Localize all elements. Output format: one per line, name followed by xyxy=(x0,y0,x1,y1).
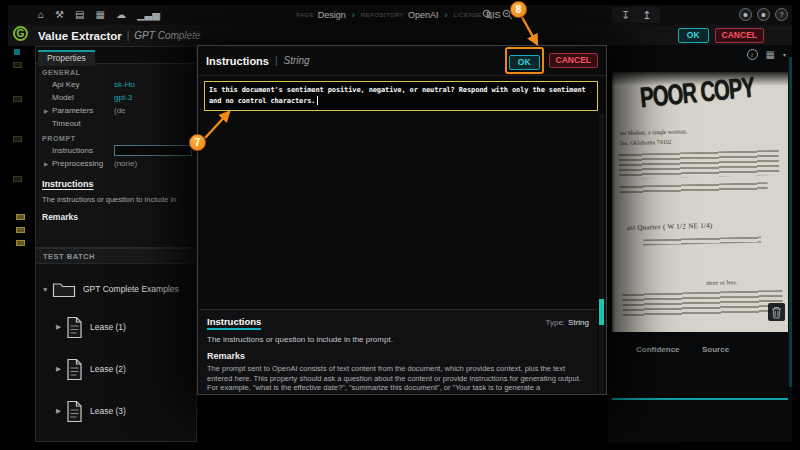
tree-item-label: GPT Complete Examples xyxy=(83,284,179,294)
tree-item-folder[interactable]: ▼ GPT Complete Examples xyxy=(36,272,196,306)
property-value-selected[interactable] xyxy=(114,145,192,156)
upload-icon[interactable]: ↥ xyxy=(642,10,651,21)
property-row-model[interactable]: Model gpt-3 xyxy=(36,91,196,104)
property-help-box: Instructions The instructions or questio… xyxy=(36,170,196,222)
tree-item-partial[interactable]: ▶ xyxy=(36,432,196,442)
property-value: (de xyxy=(114,106,192,115)
tree-item-lease-2[interactable]: ▶ Lease (2) xyxy=(36,348,196,390)
tree-item-label: Lease (2) xyxy=(90,364,126,374)
expand-arrow-icon[interactable]: ▶ xyxy=(56,365,66,373)
help-icon[interactable]: ? xyxy=(775,8,788,21)
expand-arrow-icon[interactable]: ▶ xyxy=(56,323,66,331)
page-subtitle: GPT Complete xyxy=(134,30,200,41)
search-icon[interactable] xyxy=(482,9,493,20)
editor-title-bar: G Value Extractor | GPT Complete OK CANC… xyxy=(8,25,792,46)
dialog-type-name: String xyxy=(284,55,310,66)
test-batch-header: TEST BATCH xyxy=(36,249,196,264)
help-title-row: Instructions Type: String xyxy=(207,316,589,330)
breadcrumb-repository-label: REPOSITORY xyxy=(361,12,404,18)
help-title: Instructions xyxy=(207,316,261,330)
scrollbar-thumb[interactable] xyxy=(599,299,604,325)
user-icon[interactable]: ☻ xyxy=(757,8,770,21)
expand-arrow-icon[interactable]: ▶ xyxy=(44,161,52,167)
poor-copy-stamp: POOR COPY xyxy=(615,72,779,118)
tree-folder-icon xyxy=(13,62,22,68)
help-description: The instructions or question to include … xyxy=(207,335,589,344)
help-remarks-title: Remarks xyxy=(207,351,589,361)
chevron-down-icon[interactable]: ▾ xyxy=(783,51,786,58)
expand-arrow-icon[interactable]: ▶ xyxy=(44,108,52,114)
property-row-timeout[interactable]: Timeout xyxy=(36,117,196,130)
expand-arrow-icon[interactable]: ▶ xyxy=(56,407,66,415)
save-icon[interactable]: ▦ xyxy=(95,10,104,20)
user-icon-group: ☻ ☻ ? xyxy=(739,8,788,21)
selected-row-indicator xyxy=(612,398,788,400)
page-title: Value Extractor xyxy=(38,30,122,42)
cancel-button[interactable]: CANCEL xyxy=(715,28,764,43)
property-value: (none) xyxy=(114,159,192,168)
breadcrumb-repository-value[interactable]: OpenAI xyxy=(408,10,439,20)
cloud-icon[interactable]: ☁ xyxy=(116,10,126,20)
grooper-logo-icon: G xyxy=(13,26,28,41)
tools-icon[interactable]: ⚒ xyxy=(55,10,64,20)
callout-highlight-ring: OK xyxy=(505,47,544,74)
callout-badge-8: 8 xyxy=(510,1,527,18)
property-label: Model xyxy=(52,93,114,102)
toolbar-icon-group: ⌂ ⚒ ▤ ▦ ☁ ▁▃▅ xyxy=(38,5,160,25)
tree-item-label: Lease (1) xyxy=(90,322,126,332)
tab-properties[interactable]: Properties xyxy=(38,50,95,66)
tree-folder-icon xyxy=(16,214,25,220)
breadcrumb-separator: › xyxy=(352,10,355,20)
scanned-document-page[interactable]: POOR COPY na Shahan, a single woman, lsa… xyxy=(612,72,788,332)
tree-item-lease-3[interactable]: ▶ Lease (3) xyxy=(36,390,196,432)
instructions-textarea[interactable]: Is this document's sentiment positive, n… xyxy=(204,81,598,111)
section-header-prompt: PROMPT xyxy=(36,130,196,144)
illegible-text-block xyxy=(620,182,768,195)
property-label: Preprocessing xyxy=(52,159,114,168)
property-row-instructions[interactable]: Instructions xyxy=(36,144,196,157)
download-icon[interactable]: ↧ xyxy=(621,10,630,21)
tree-item-label: Lease (3) xyxy=(90,406,126,416)
dialog-cancel-button[interactable]: CANCEL xyxy=(549,53,598,68)
users-icon[interactable]: ☻ xyxy=(739,8,752,21)
properties-panel: Properties GENERAL Api Key sk-Ho Model g… xyxy=(35,46,197,248)
document-icon xyxy=(66,400,83,423)
viewer-scrollbar[interactable] xyxy=(789,57,792,387)
document-viewer-panel: i ▦ ▾ POOR COPY na Shahan, a single woma… xyxy=(608,45,792,442)
info-icon[interactable]: i xyxy=(747,49,758,60)
column-header-source[interactable]: Source xyxy=(702,345,729,354)
search-icon-group xyxy=(482,9,513,20)
instructions-editor-dialog: Instructions | String OK CANCEL Is this … xyxy=(197,45,607,395)
document-content: POOR COPY na Shahan, a single woman, lsa… xyxy=(612,72,788,332)
breadcrumb-separator: › xyxy=(445,10,448,20)
ok-button[interactable]: OK xyxy=(678,28,709,43)
property-help-remarks-title: Remarks xyxy=(42,212,190,222)
dialog-ok-button[interactable]: OK xyxy=(509,55,540,70)
dialog-scrollbar[interactable] xyxy=(599,114,604,394)
property-row-api-key[interactable]: Api Key sk-Ho xyxy=(36,78,196,91)
property-label: Api Key xyxy=(52,80,114,89)
help-remarks-text: The prompt sent to OpenAI consists of te… xyxy=(207,364,589,393)
home-icon[interactable]: ⌂ xyxy=(38,10,44,20)
archive-icon[interactable]: ▤ xyxy=(75,10,84,20)
column-header-confidence[interactable]: Confidence xyxy=(636,345,680,354)
property-help-title: Instructions xyxy=(42,179,190,189)
tree-folder-icon xyxy=(16,227,25,233)
tree-folder-icon xyxy=(16,240,25,246)
tree-folder-icon xyxy=(13,176,22,182)
tree-item-lease-1[interactable]: ▶ Lease (1) xyxy=(36,306,196,348)
folder-icon xyxy=(52,280,76,298)
test-batch-tree: ▼ GPT Complete Examples ▶ Lease (1) ▶ xyxy=(36,264,196,442)
illegible-text-block xyxy=(619,150,780,179)
tree-folder-icon xyxy=(13,136,22,142)
breadcrumb-page-value[interactable]: Design xyxy=(318,10,346,20)
property-value: gpt-3 xyxy=(114,93,192,102)
property-row-preprocessing[interactable]: ▶ Preprocessing (none) xyxy=(36,157,196,170)
collapse-arrow-icon[interactable]: ▼ xyxy=(42,286,52,293)
layout-grid-icon[interactable]: ▦ xyxy=(766,50,775,60)
delete-button[interactable] xyxy=(768,303,785,321)
test-batch-panel: TEST BATCH ▼ GPT Complete Examples ▶ Lea xyxy=(35,248,197,442)
property-row-parameters[interactable]: ▶ Parameters (de xyxy=(36,104,196,117)
section-header-general: GENERAL xyxy=(36,64,196,78)
stats-icon[interactable]: ▁▃▅ xyxy=(137,10,160,20)
